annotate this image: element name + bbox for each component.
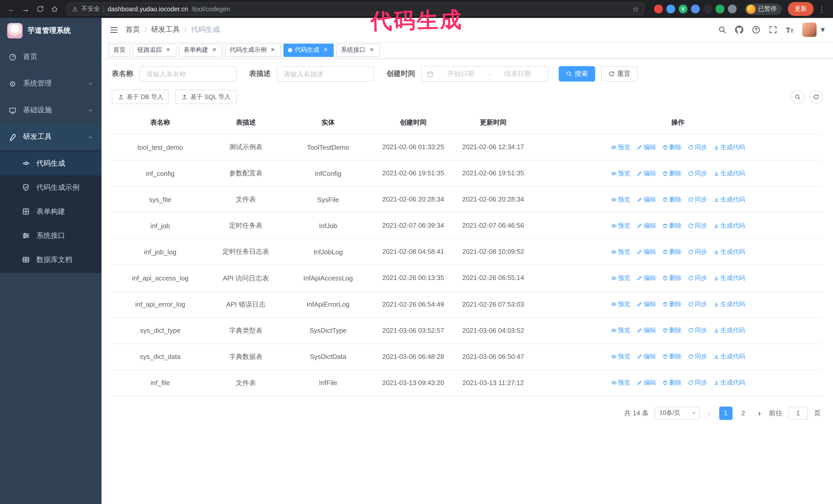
page-size-select[interactable]: 10条/页 ▾: [655, 407, 700, 420]
close-icon[interactable]: ×: [322, 46, 329, 54]
tab-tracing[interactable]: 链路追踪×: [133, 43, 176, 57]
sidebar-item-codegen-demo[interactable]: 代码生成示例: [0, 175, 101, 199]
delete-link[interactable]: 删除: [662, 195, 682, 204]
bookmark-star-icon[interactable]: ☆: [632, 5, 639, 13]
sync-link[interactable]: 同步: [688, 169, 707, 178]
sidebar-item-codegen[interactable]: </>代码生成: [0, 151, 101, 175]
edit-link[interactable]: 编辑: [636, 353, 656, 361]
preview-link[interactable]: 预览: [611, 274, 630, 283]
edit-link[interactable]: 编辑: [636, 379, 656, 387]
sync-link[interactable]: 同步: [688, 274, 707, 283]
address-bar[interactable]: ⚠ 不安全 dashboard.yudao.iocoder.cn /tool/c…: [67, 3, 644, 16]
back-icon[interactable]: ←: [5, 5, 18, 13]
edit-link[interactable]: 编辑: [636, 221, 656, 230]
delete-link[interactable]: 删除: [662, 353, 682, 361]
preview-link[interactable]: 预览: [611, 326, 630, 335]
profile-paused-badge[interactable]: 已暂停: [745, 3, 782, 15]
ext-puzzle-icon[interactable]: [728, 5, 737, 13]
generate-link[interactable]: 生成代码: [713, 195, 745, 204]
font-size-icon[interactable]: TT: [786, 26, 793, 33]
import-db-button[interactable]: 基于 DB 导入: [112, 90, 169, 104]
search-button[interactable]: 搜索: [559, 66, 595, 81]
breadcrumb-item[interactable]: 研发工具: [151, 25, 180, 34]
breadcrumb-item[interactable]: 首页: [125, 25, 140, 34]
preview-link[interactable]: 预览: [611, 169, 630, 178]
desc-filter-input[interactable]: [277, 66, 374, 81]
tab-api[interactable]: 系统接口×: [336, 43, 380, 57]
tab-form-build[interactable]: 表单构建×: [179, 43, 222, 57]
sidebar-item-home[interactable]: 首页: [0, 44, 101, 70]
sidebar-item-system[interactable]: ⚙系统管理: [0, 70, 101, 97]
preview-link[interactable]: 预览: [611, 353, 630, 361]
close-icon[interactable]: ×: [165, 46, 172, 54]
next-page-button[interactable]: ›: [756, 409, 763, 418]
sync-link[interactable]: 同步: [688, 195, 707, 204]
edit-link[interactable]: 编辑: [636, 195, 656, 204]
edit-link[interactable]: 编辑: [636, 248, 656, 256]
ext-screenshot-icon[interactable]: [703, 5, 712, 13]
forward-icon[interactable]: →: [20, 5, 32, 13]
preview-link[interactable]: 预览: [611, 300, 630, 309]
sidebar-item-devtools[interactable]: 研发工具: [0, 124, 101, 150]
delete-link[interactable]: 删除: [662, 248, 682, 256]
delete-link[interactable]: 删除: [662, 300, 682, 309]
edit-link[interactable]: 编辑: [636, 326, 656, 335]
delete-link[interactable]: 删除: [662, 379, 682, 387]
tab-codegen[interactable]: 代码生成×: [284, 43, 334, 57]
delete-link[interactable]: 删除: [662, 274, 682, 283]
prev-page-button[interactable]: ‹: [706, 409, 713, 418]
reset-button[interactable]: 重置: [601, 66, 638, 81]
fullscreen-icon[interactable]: [769, 26, 777, 34]
hamburger-icon[interactable]: [110, 25, 118, 34]
update-button[interactable]: 更新: [788, 2, 813, 16]
kebab-menu-icon[interactable]: ⋮: [815, 4, 828, 14]
delete-link[interactable]: 删除: [662, 221, 682, 230]
edit-link[interactable]: 编辑: [636, 143, 656, 151]
close-icon[interactable]: ×: [269, 46, 276, 54]
toggle-search-button[interactable]: [791, 90, 804, 103]
sidebar-item-db-doc[interactable]: 数据库文档: [0, 248, 101, 272]
close-icon[interactable]: ×: [211, 46, 218, 54]
home-icon[interactable]: [48, 5, 61, 13]
delete-link[interactable]: 删除: [662, 326, 682, 335]
sync-link[interactable]: 同步: [688, 143, 707, 151]
preview-link[interactable]: 预览: [611, 195, 630, 204]
sidebar-item-infra[interactable]: 基础设施: [0, 97, 101, 124]
github-icon[interactable]: [735, 26, 743, 34]
goto-page-input[interactable]: [788, 407, 808, 420]
edit-link[interactable]: 编辑: [636, 300, 656, 309]
close-icon[interactable]: ×: [368, 46, 375, 54]
preview-link[interactable]: 预览: [611, 379, 630, 387]
tab-codegen-demo[interactable]: 代码生成示例×: [225, 43, 281, 57]
generate-link[interactable]: 生成代码: [713, 353, 745, 361]
ext-vue-icon[interactable]: V: [679, 5, 687, 13]
edit-link[interactable]: 编辑: [636, 169, 656, 178]
page-2-button[interactable]: 2: [736, 407, 750, 420]
sync-link[interactable]: 同步: [688, 326, 707, 335]
app-logo[interactable]: 芋道管理系统: [0, 18, 101, 44]
reload-icon[interactable]: [34, 5, 46, 13]
sidebar-item-form-build[interactable]: 表单构建: [0, 199, 101, 223]
preview-link[interactable]: 预览: [611, 143, 630, 151]
generate-link[interactable]: 生成代码: [713, 379, 745, 387]
sync-link[interactable]: 同步: [688, 248, 707, 256]
preview-link[interactable]: 预览: [611, 248, 630, 256]
help-icon[interactable]: [752, 26, 760, 34]
import-sql-button[interactable]: 基于 SQL 导入: [175, 90, 237, 104]
date-range-input[interactable]: 开始日期 - 结束日期: [421, 66, 548, 81]
avatar[interactable]: [802, 23, 816, 37]
tab-home[interactable]: 首页: [109, 43, 130, 57]
search-icon[interactable]: [718, 26, 726, 34]
generate-link[interactable]: 生成代码: [713, 248, 745, 256]
sync-link[interactable]: 同步: [688, 221, 707, 230]
generate-link[interactable]: 生成代码: [713, 143, 745, 151]
ext-drop-icon[interactable]: [666, 5, 675, 13]
refresh-table-button[interactable]: [809, 90, 823, 103]
generate-link[interactable]: 生成代码: [713, 300, 745, 309]
sync-link[interactable]: 同步: [688, 379, 707, 387]
edit-link[interactable]: 编辑: [636, 274, 656, 283]
chevron-down-icon[interactable]: ▾: [821, 26, 825, 34]
delete-link[interactable]: 删除: [662, 169, 682, 178]
name-filter-input[interactable]: [139, 66, 237, 81]
ext-green-icon[interactable]: [716, 5, 724, 13]
